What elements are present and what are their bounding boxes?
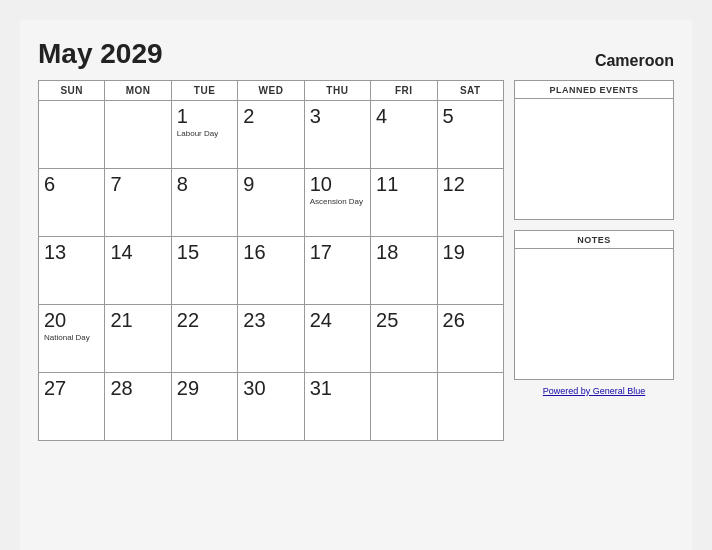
day-event-label: Labour Day [177,129,232,139]
calendar-day-cell: 30 [238,373,304,441]
calendar-week-row: 1Labour Day2345 [39,101,504,169]
day-number: 8 [177,173,232,195]
calendar-day-cell: 22 [171,305,237,373]
calendar-day-cell: 5 [437,101,503,169]
calendar-week-row: 20National Day212223242526 [39,305,504,373]
weekday-header-cell: MON [105,81,171,101]
calendar-day-cell: 24 [304,305,370,373]
day-number: 7 [110,173,165,195]
calendar-day-cell: 29 [171,373,237,441]
day-number: 11 [376,173,431,195]
day-number: 18 [376,241,431,263]
notes-title: NOTES [515,231,673,249]
calendar-day-cell: 3 [304,101,370,169]
calendar-day-cell: 19 [437,237,503,305]
day-number: 24 [310,309,365,331]
calendar-day-cell: 13 [39,237,105,305]
calendar-day-cell: 4 [371,101,437,169]
calendar-day-cell: 31 [304,373,370,441]
day-number: 10 [310,173,365,195]
day-number: 16 [243,241,298,263]
day-number: 27 [44,377,99,399]
day-number: 30 [243,377,298,399]
calendar-day-cell: 17 [304,237,370,305]
day-number: 14 [110,241,165,263]
calendar-day-cell: 14 [105,237,171,305]
calendar-day-cell: 6 [39,169,105,237]
calendar-week-row: 13141516171819 [39,237,504,305]
day-number: 5 [443,105,498,127]
calendar-day-cell: 15 [171,237,237,305]
day-number: 23 [243,309,298,331]
day-number: 2 [243,105,298,127]
planned-events-title: PLANNED EVENTS [515,81,673,99]
notes-box: NOTES [514,230,674,380]
calendar-day-cell: 20National Day [39,305,105,373]
day-number: 26 [443,309,498,331]
powered-by: Powered by General Blue [514,386,674,396]
calendar-week-row: 2728293031 [39,373,504,441]
day-number: 21 [110,309,165,331]
calendar-day-cell [39,101,105,169]
powered-by-link[interactable]: Powered by General Blue [543,386,646,396]
header: May 2029 Cameroon [38,38,674,70]
day-number: 9 [243,173,298,195]
day-number: 17 [310,241,365,263]
day-number: 15 [177,241,232,263]
calendar-day-cell: 7 [105,169,171,237]
planned-events-content [515,99,673,219]
weekday-header-cell: SAT [437,81,503,101]
calendar-day-cell: 25 [371,305,437,373]
calendar-day-cell: 12 [437,169,503,237]
weekday-header-cell: SUN [39,81,105,101]
calendar-day-cell: 28 [105,373,171,441]
calendar-day-cell [105,101,171,169]
calendar-day-cell [437,373,503,441]
day-number: 20 [44,309,99,331]
day-number: 13 [44,241,99,263]
day-event-label: Ascension Day [310,197,365,207]
calendar-day-cell: 21 [105,305,171,373]
month-year-title: May 2029 [38,38,163,70]
calendar-day-cell: 26 [437,305,503,373]
calendar-day-cell: 11 [371,169,437,237]
day-number: 4 [376,105,431,127]
weekday-header-cell: WED [238,81,304,101]
calendar-day-cell: 23 [238,305,304,373]
day-event-label: National Day [44,333,99,343]
day-number: 29 [177,377,232,399]
day-number: 1 [177,105,232,127]
day-number: 19 [443,241,498,263]
day-number: 22 [177,309,232,331]
day-number: 31 [310,377,365,399]
sidebar: PLANNED EVENTS NOTES Powered by General … [514,80,674,441]
day-number: 28 [110,377,165,399]
calendar-day-cell: 10Ascension Day [304,169,370,237]
day-number: 25 [376,309,431,331]
calendar-day-cell: 16 [238,237,304,305]
calendar-day-cell: 9 [238,169,304,237]
day-number: 6 [44,173,99,195]
calendar-day-cell: 8 [171,169,237,237]
calendar-day-cell: 2 [238,101,304,169]
weekday-header-cell: FRI [371,81,437,101]
main-layout: SUNMONTUEWEDTHUFRISAT 1Labour Day2345678… [38,80,674,441]
weekday-header-cell: THU [304,81,370,101]
country-label: Cameroon [595,52,674,70]
day-number: 3 [310,105,365,127]
calendar-day-cell: 18 [371,237,437,305]
page: May 2029 Cameroon SUNMONTUEWEDTHUFRISAT … [20,20,692,550]
calendar-day-cell: 27 [39,373,105,441]
calendar-week-row: 678910Ascension Day1112 [39,169,504,237]
notes-content [515,249,673,379]
calendar-day-cell: 1Labour Day [171,101,237,169]
weekday-header-cell: TUE [171,81,237,101]
planned-events-box: PLANNED EVENTS [514,80,674,220]
calendar-section: SUNMONTUEWEDTHUFRISAT 1Labour Day2345678… [38,80,504,441]
calendar-day-cell [371,373,437,441]
day-number: 12 [443,173,498,195]
calendar-table: SUNMONTUEWEDTHUFRISAT 1Labour Day2345678… [38,80,504,441]
